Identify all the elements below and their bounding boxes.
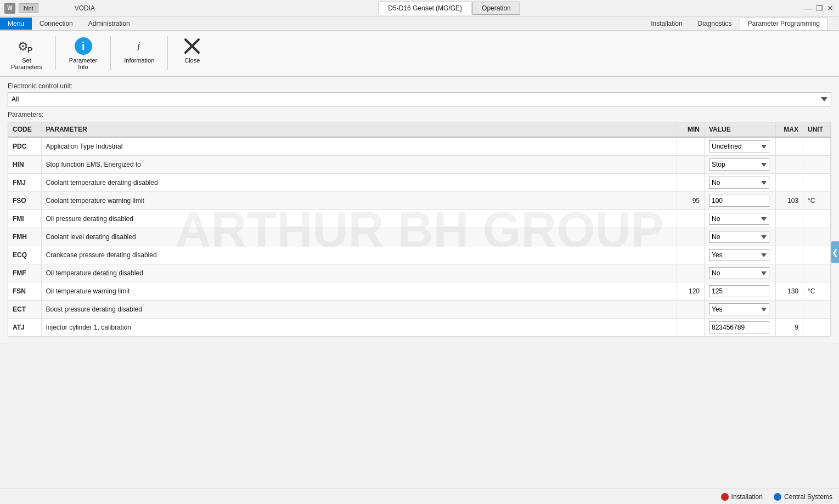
row-min: 95	[677, 192, 705, 210]
row-min	[677, 210, 705, 228]
title-tab-genset[interactable]: D5-D16 Genset (MG/GE)	[379, 2, 471, 15]
title-bar-left: W hint VODIA	[4, 3, 95, 14]
subtab-parameter-programming[interactable]: Parameter Programming	[740, 17, 828, 30]
parameter-info-label: ParameterInfo	[69, 57, 97, 70]
table-row: PDCApplication Type IndustrialUndefined	[8, 137, 831, 156]
row-max: 103	[776, 192, 803, 210]
row-parameter: Coolant temperature derating disabled	[41, 174, 677, 192]
table-row: FMJCoolant temperature derating disabled…	[8, 174, 831, 192]
row-min	[677, 156, 705, 174]
information-label: Information	[124, 57, 154, 64]
row-min	[677, 137, 705, 156]
col-min: MIN	[677, 122, 705, 137]
row-unit	[803, 228, 831, 246]
row-max	[776, 174, 803, 192]
row-min	[677, 174, 705, 192]
row-code: FMI	[8, 210, 41, 228]
row-code: FMH	[8, 228, 41, 246]
col-code: CODE	[8, 122, 41, 137]
right-collapse-tab[interactable]: ❮	[831, 241, 839, 263]
table-row: ECTBoost pressure derating disabledNoYes	[8, 301, 831, 319]
row-code: FSN	[8, 282, 41, 301]
row-unit	[803, 156, 831, 174]
menu-item-menu[interactable]: Menu	[0, 18, 32, 30]
toolbar: ⚙ P SetParameters i ParameterInfo i Info…	[0, 31, 839, 77]
row-value-cell: NoYes	[705, 228, 776, 246]
row-value-cell	[705, 282, 776, 301]
set-parameters-icon: ⚙ P	[16, 36, 36, 56]
params-table: CODE PARAMETER MIN VALUE MAX UNIT PDCApp…	[8, 122, 831, 337]
title-tabs: D5-D16 Genset (MG/GE) Operation	[379, 2, 520, 15]
row-parameter: Oil temperature warning limit	[41, 282, 677, 301]
minimize-button[interactable]: —	[804, 4, 813, 13]
subtab-diagnostics[interactable]: Diagnostics	[690, 18, 740, 30]
svg-text:i: i	[82, 40, 85, 52]
row-parameter: Oil pressure derating disabled	[41, 210, 677, 228]
col-value: VALUE	[705, 122, 776, 137]
menu-item-connection[interactable]: Connection	[32, 18, 81, 30]
row-code: PDC	[8, 137, 41, 156]
parameter-info-button[interactable]: i ParameterInfo	[64, 34, 103, 72]
row-code: FMF	[8, 264, 41, 282]
table-row: FMFOil temperature derating disabledNoYe…	[8, 264, 831, 282]
row-unit	[803, 319, 831, 337]
ecu-label: Electronic control unit:	[8, 82, 831, 90]
svg-text:⚙: ⚙	[18, 39, 29, 53]
table-row: FMHCoolant level derating disabledNoYes	[8, 228, 831, 246]
menu-item-administration[interactable]: Administration	[81, 18, 138, 30]
ecu-select-row: All	[8, 92, 831, 106]
row-max: 9	[776, 319, 803, 337]
set-parameters-button[interactable]: ⚙ P SetParameters	[5, 34, 48, 72]
row-max	[776, 228, 803, 246]
row-max	[776, 264, 803, 282]
title-bar: W hint VODIA D5-D16 Genset (MG/GE) Opera…	[0, 0, 839, 16]
value-input[interactable]	[709, 195, 769, 207]
col-unit: UNIT	[803, 122, 831, 137]
table-row: HINStop function EMS, Energized toStop	[8, 156, 831, 174]
row-code: FSO	[8, 192, 41, 210]
table-row: FMIOil pressure derating disabledNoYes	[8, 210, 831, 228]
close-button[interactable]: Close	[176, 34, 209, 66]
table-row: FSNOil temperature warning limit120130°C	[8, 282, 831, 301]
value-select[interactable]: NoYes	[709, 249, 769, 261]
row-code: ECT	[8, 301, 41, 319]
row-unit	[803, 137, 831, 156]
row-value-cell	[705, 192, 776, 210]
window-close-button[interactable]: ✕	[826, 4, 835, 13]
row-parameter: Injector cylinder 1, calibration	[41, 319, 677, 337]
row-unit	[803, 174, 831, 192]
col-parameter: PARAMETER	[41, 122, 677, 137]
ecu-select[interactable]: All	[8, 92, 831, 106]
subtab-installation[interactable]: Installation	[643, 18, 690, 30]
row-code: HIN	[8, 156, 41, 174]
row-max: 130	[776, 282, 803, 301]
menu-bar: Menu Connection Administration Installat…	[0, 16, 839, 31]
row-unit	[803, 246, 831, 264]
value-select[interactable]: NoYes	[709, 267, 769, 279]
toolbar-divider-1	[55, 36, 56, 70]
value-input[interactable]	[709, 285, 769, 297]
title-tab-operation[interactable]: Operation	[472, 2, 520, 15]
value-select[interactable]: NoYes	[709, 213, 769, 225]
row-max	[776, 301, 803, 319]
value-select[interactable]: Undefined	[709, 140, 769, 152]
svg-text:P: P	[27, 46, 32, 54]
row-max	[776, 246, 803, 264]
information-button[interactable]: i Information	[119, 34, 160, 66]
row-max	[776, 210, 803, 228]
row-min	[677, 264, 705, 282]
row-unit	[803, 264, 831, 282]
app-logo: W	[4, 3, 15, 14]
value-input[interactable]	[709, 321, 769, 333]
table-row: ECQCrankcase pressure derating disabledN…	[8, 246, 831, 264]
value-select[interactable]: NoYes	[709, 177, 769, 189]
value-select[interactable]: Stop	[709, 158, 769, 171]
maximize-button[interactable]: ❐	[815, 4, 824, 13]
value-select[interactable]: NoYes	[709, 303, 769, 315]
row-code: ECQ	[8, 246, 41, 264]
row-min	[677, 319, 705, 337]
row-code: ATJ	[8, 319, 41, 337]
row-min	[677, 301, 705, 319]
value-select[interactable]: NoYes	[709, 231, 769, 243]
row-parameter: Oil temperature derating disabled	[41, 264, 677, 282]
